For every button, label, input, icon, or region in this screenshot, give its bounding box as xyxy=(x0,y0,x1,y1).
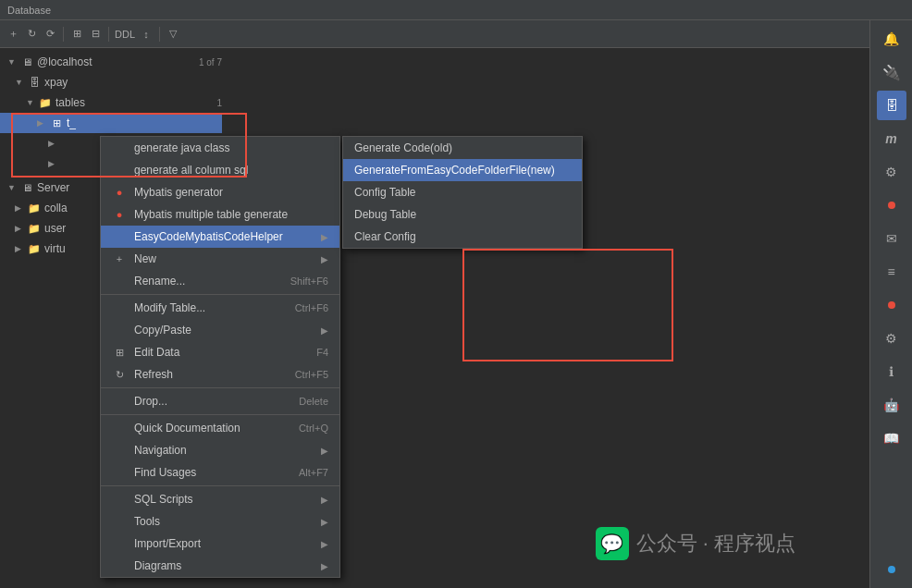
mail-icon[interactable]: ✉ xyxy=(877,224,906,253)
submenu-arrow-icon: ▶ xyxy=(321,495,328,505)
menu-label: Drop... xyxy=(134,395,291,408)
arrow-icon: ▶ xyxy=(15,244,24,253)
menu-shortcut: Ctrl+Q xyxy=(299,423,328,434)
menu-label: Rename... xyxy=(134,275,283,288)
menu-item-import-export[interactable]: Import/Export ▶ xyxy=(101,533,339,555)
arrow-icon: ▶ xyxy=(48,159,57,168)
submenu-item-debug-table[interactable]: Debug Table xyxy=(343,203,582,226)
menu-label: SQL Scripts xyxy=(134,493,314,506)
red-indicator-icon[interactable] xyxy=(877,190,906,220)
submenu-arrow-icon: ▶ xyxy=(321,517,328,527)
menu-item-mybatis-multi[interactable]: ● Mybatis multiple table generate xyxy=(101,203,339,226)
database-icon[interactable]: 🗄 xyxy=(877,91,906,120)
folder-icon: 📁 xyxy=(28,223,41,235)
submenu-arrow-icon: ▶ xyxy=(321,232,328,242)
folder-icon: 📁 xyxy=(39,97,52,109)
notification-icon[interactable]: 🔔 xyxy=(877,24,906,54)
sidebar: ＋ ↻ ⟳ ⊞ ⊟ DDL ↕ ▽ ▼ 🖥 @localhost 1 of 7 … xyxy=(0,20,869,588)
plugin-icon[interactable]: 🔌 xyxy=(877,57,906,87)
tree-badge: 1 xyxy=(216,98,222,108)
tree-item-xpay[interactable]: ▼ 🗄 xpay xyxy=(0,72,222,92)
menu-label: Edit Data xyxy=(134,346,309,359)
menu-label: Copy/Paste xyxy=(134,324,314,337)
android-icon[interactable]: 🤖 xyxy=(877,390,906,420)
toolbar-separator-2 xyxy=(108,27,109,42)
submenu-arrow-icon: ▶ xyxy=(321,325,328,336)
menu-label: Diagrams xyxy=(134,559,314,572)
context-menu: generate java class generate all column … xyxy=(100,136,340,578)
highlight-box-submenu xyxy=(462,249,673,361)
db-icon: 🗄 xyxy=(28,77,41,88)
menu-label: EasyCodeMybatisCodeHelper xyxy=(134,230,314,243)
menu-item-refresh[interactable]: ↻ Refresh Ctrl+F5 xyxy=(101,363,339,386)
info-icon[interactable]: ℹ xyxy=(877,357,906,386)
red2-indicator-icon[interactable] xyxy=(877,290,906,320)
schema-icon[interactable]: ⊞ xyxy=(69,27,84,42)
watermark: 💬 公众号 · 程序视点 xyxy=(596,527,795,560)
submenu-item-gen-folder[interactable]: GenerateFromEasyCodeFolderFile(new) xyxy=(343,159,582,181)
m-icon[interactable]: m xyxy=(877,124,906,153)
layers-icon[interactable]: ≡ xyxy=(877,257,906,287)
refresh-icon[interactable]: ↻ xyxy=(24,27,39,42)
arrow-icon: ▼ xyxy=(26,98,35,107)
menu-item-mybatis[interactable]: ● Mybatis generator xyxy=(101,181,339,203)
mybatis-multi-icon: ● xyxy=(112,209,127,220)
menu-separator-4 xyxy=(101,485,339,486)
tree-item-localhost[interactable]: ▼ 🖥 @localhost 1 of 7 xyxy=(0,52,222,72)
blue-dot-icon[interactable] xyxy=(877,555,906,584)
menu-shortcut: Ctrl+F6 xyxy=(295,302,328,313)
menu-label: Find Usages xyxy=(134,466,291,479)
arrow-icon: ▼ xyxy=(7,57,17,67)
settings-icon[interactable]: ⚙ xyxy=(877,157,906,187)
menu-item-gen-sql[interactable]: generate all column sql xyxy=(101,159,339,181)
tree-label: xpay xyxy=(44,76,222,89)
folder-icon: 📁 xyxy=(28,202,41,214)
title-bar: Database xyxy=(0,0,912,20)
submenu-label: GenerateFromEasyCodeFolderFile(new) xyxy=(354,164,555,177)
ddl-label[interactable]: DDL xyxy=(115,29,135,40)
submenu-label: Clear Config xyxy=(354,230,416,243)
menu-item-quick-doc[interactable]: Quick Documentation Ctrl+Q xyxy=(101,417,339,439)
menu-item-rename[interactable]: Rename... Shift+F6 xyxy=(101,270,339,292)
menu-item-copy-paste[interactable]: Copy/Paste ▶ xyxy=(101,319,339,341)
submenu-item-gen-old[interactable]: Generate Code(old) xyxy=(343,137,582,159)
menu-item-tools[interactable]: Tools ▶ xyxy=(101,510,339,533)
menu-item-gen-java[interactable]: generate java class xyxy=(101,137,339,159)
submenu-item-clear-config[interactable]: Clear Config xyxy=(343,226,582,248)
tree-label: t_ xyxy=(67,116,222,129)
book-icon[interactable]: 📖 xyxy=(877,423,906,453)
submenu-arrow-icon: ▶ xyxy=(321,254,328,264)
add-icon[interactable]: ＋ xyxy=(6,27,20,42)
menu-item-edit-data[interactable]: ⊞ Edit Data F4 xyxy=(101,341,339,363)
menu-item-diagrams[interactable]: Diagrams ▶ xyxy=(101,555,339,577)
menu-item-easycode[interactable]: EasyCodeMybatisCodeHelper ▶ xyxy=(101,226,339,248)
menu-item-sql-scripts[interactable]: SQL Scripts ▶ xyxy=(101,488,339,510)
gear-icon[interactable]: ⚙ xyxy=(877,324,906,353)
refresh-menu-icon: ↻ xyxy=(112,369,127,381)
menu-item-new[interactable]: + New ▶ xyxy=(101,248,339,270)
submenu-item-config-table[interactable]: Config Table xyxy=(343,181,582,203)
menu-separator-3 xyxy=(101,414,339,415)
menu-label: Mybatis multiple table generate xyxy=(134,208,328,221)
sort-icon[interactable]: ↕ xyxy=(139,27,154,42)
mybatis-icon: ● xyxy=(112,187,127,198)
arrow-icon: ▶ xyxy=(15,224,24,233)
menu-label: Quick Documentation xyxy=(134,422,291,435)
menu-item-modify-table[interactable]: Modify Table... Ctrl+F6 xyxy=(101,297,339,319)
menu-item-navigation[interactable]: Navigation ▶ xyxy=(101,439,339,461)
arrow-icon: ▼ xyxy=(15,78,24,87)
menu-item-drop[interactable]: Drop... Delete xyxy=(101,390,339,412)
submenu-label: Debug Table xyxy=(354,208,416,221)
filter-icon[interactable]: ▽ xyxy=(166,27,180,42)
table-icon[interactable]: ⊟ xyxy=(88,27,103,42)
menu-item-find-usages[interactable]: Find Usages Alt+F7 xyxy=(101,461,339,484)
menu-label: New xyxy=(134,252,314,265)
menu-label: Tools xyxy=(134,515,314,528)
server-icon: 🖥 xyxy=(20,56,33,67)
tree-item-table[interactable]: ▶ ⊞ t_ xyxy=(0,113,222,133)
sync-icon[interactable]: ⟳ xyxy=(43,27,57,42)
menu-shortcut: Alt+F7 xyxy=(299,467,328,478)
table-icon: ⊞ xyxy=(50,117,63,129)
tree-item-tables[interactable]: ▼ 📁 tables 1 xyxy=(0,92,222,113)
tree-label: tables xyxy=(55,96,211,109)
